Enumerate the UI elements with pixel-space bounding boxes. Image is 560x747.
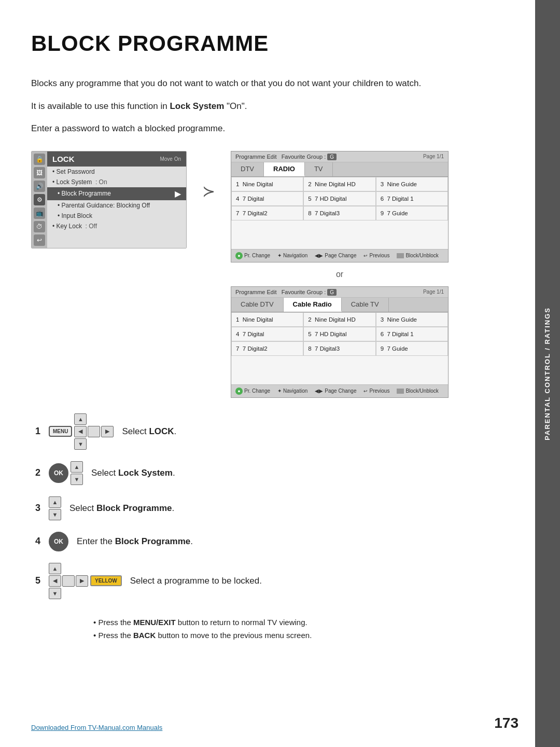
panel1-footer: ● Pr. Change ✦ Navigation ◀▶ Page Change… (231, 249, 448, 262)
up-arrow-icon-5[interactable]: ▲ (49, 563, 61, 574)
step-3-row: 3 ▲ ▼ Select Block Programme. (31, 496, 529, 520)
panel2-footer-page: ◀▶ Page Change (315, 388, 356, 394)
down-arrow-icon-2[interactable]: ▼ (71, 474, 83, 485)
panel2-tab-cable-radio[interactable]: Cable Radio (284, 298, 342, 312)
up-arrow-icon-2[interactable]: ▲ (71, 461, 83, 473)
nav-icon: ✦ (277, 253, 282, 258)
panel2-previous-label: Previous (369, 388, 389, 394)
panel1-pr-change-label: Pr. Change (244, 253, 270, 258)
panel2-cell-4: 4 7 Digital (231, 327, 303, 341)
center-btn-5[interactable] (62, 575, 75, 587)
panel2-cell-8: 8 7 Digital3 (303, 341, 375, 356)
panel1-cell-7: 7 7 Digital2 (231, 206, 303, 220)
step-5-mid: ◀ ▶ (49, 575, 88, 587)
intro-text-2: It is available to use this function in … (31, 100, 529, 113)
intro2-end: "On". (224, 101, 247, 111)
up-arrow-icon[interactable]: ▲ (74, 413, 87, 425)
panel1-block-label: Block/Unblock (405, 253, 438, 258)
panel1-page-num: Page 1/1 (423, 154, 444, 159)
green-circle-icon: ● (235, 252, 243, 259)
left-arrow-icon-5[interactable]: ◀ (49, 575, 61, 587)
lock-main: LOCK Move On • Set Password • Lock Syste… (47, 151, 186, 248)
lock-nav-hint: Move On (160, 156, 181, 162)
right-arrow-icon-5[interactable]: ▶ (76, 575, 88, 587)
center-btn[interactable] (88, 426, 100, 437)
panels-column: Programme Edit Favourite Group : G Page … (231, 151, 449, 398)
panel1-cell-6: 6 7 Digital 1 (376, 191, 448, 206)
panel2-nav-label: Navigation (283, 388, 307, 394)
panel2-tab-cable-tv[interactable]: Cable TV (342, 298, 389, 312)
nav-icon2: ✦ (277, 388, 282, 394)
intro2-prefix: It is available to use this function in (31, 101, 170, 111)
panel2-footer-block: Block/Unblock (397, 388, 438, 394)
step-2-num: 2 (31, 467, 40, 478)
down-arrow-icon-3[interactable]: ▼ (49, 509, 61, 520)
lock-menu: 🔒 🖼 🔊 ⚙ 📺 ⏱ ↩ LOCK Move On • Set Passwor… (31, 151, 187, 248)
panel1-cell-1: 1 Nine Digital (231, 177, 303, 191)
panel1-header: Programme Edit Favourite Group : G Page … (231, 151, 448, 162)
step-2-row: 2 OK ▲ ▼ Select Lock System. (31, 461, 529, 485)
panel2-header: Programme Edit Favourite Group : G Page … (231, 287, 448, 298)
sidebar-icon-extra: ↩ (34, 234, 45, 246)
lock-item-block-programme[interactable]: • Block Programme ▶ (47, 187, 186, 200)
panel1-tabs: DTV RADIO TV (231, 162, 448, 177)
step-5-text: Select a programme to be locked. (130, 576, 262, 586)
green-circle-icon2: ● (235, 388, 243, 395)
step-5-num: 5 (31, 575, 40, 586)
sidebar: PARENTAL CONTROL / RATINGS (535, 0, 560, 747)
step-1-buttons: MENU ▲ ◀ ▶ ▼ (49, 413, 114, 450)
gray-box-icon2 (397, 389, 404, 394)
panel1-cell-4: 4 7 Digital (231, 191, 303, 206)
arrow-between: ≻ (202, 182, 215, 200)
panel2-pr-change-label: Pr. Change (244, 388, 270, 394)
lock-item-input-block: • Input Block (47, 211, 186, 221)
step-4-row: 4 OK Enter the Block Programme. (31, 532, 529, 551)
right-arrow-icon[interactable]: ▶ (101, 426, 114, 437)
left-arrow-icon[interactable]: ◀ (74, 426, 87, 437)
sidebar-icon-lock: 🔒 (34, 154, 45, 165)
prev-icon2: ↩ (363, 389, 368, 394)
page-container: BLOCK PROGRAMME Blocks any programme tha… (0, 0, 560, 747)
panel1-header-left: Programme Edit Favourite Group : G (235, 154, 337, 160)
panel1-cell-9: 9 7 Guide (376, 206, 448, 220)
step-5-nav: ▲ ◀ ▶ ▼ (49, 563, 88, 599)
ok-button-2[interactable]: OK (49, 463, 68, 483)
panel2-footer-prev: ↩ Previous (363, 388, 389, 394)
ok-button-4[interactable]: OK (49, 532, 68, 551)
step-4-num: 4 (31, 536, 40, 547)
step-2-buttons: OK ▲ ▼ (49, 461, 83, 485)
intro-text-3: Enter a password to watch a blocked prog… (31, 122, 529, 135)
panel1-tab-radio[interactable]: RADIO (264, 162, 305, 176)
down-arrow-icon-5[interactable]: ▼ (49, 588, 61, 599)
panel2-cell-5: 5 7 HD Digital (303, 327, 375, 341)
bullet-notes: Press the MENU/EXIT button to return to … (93, 616, 529, 642)
panel2-cell-7: 7 7 Digital2 (231, 341, 303, 356)
yellow-button[interactable]: YELLOW (90, 575, 122, 586)
sidebar-icon-img: 🖼 (34, 167, 45, 178)
panel1-tab-dtv[interactable]: DTV (231, 162, 264, 176)
panel1-page-change-label: Page Change (325, 253, 356, 258)
footer-link[interactable]: Downloaded From TV-Manual.com Manuals (31, 724, 162, 731)
panel2-cell-2: 2 Nine Digital HD (303, 312, 375, 327)
panel1-tab-tv[interactable]: TV (305, 162, 333, 176)
programme-panel-1: Programme Edit Favourite Group : G Page … (231, 151, 449, 262)
up-arrow-icon-3[interactable]: ▲ (49, 496, 61, 508)
down-arrow-icon[interactable]: ▼ (74, 438, 87, 450)
panel2-footer-nav: ✦ Navigation (277, 388, 307, 394)
sidebar-label: PARENTAL CONTROL / RATINGS (543, 307, 552, 440)
intro-text-1: Blocks any programme that you do not wan… (31, 77, 529, 90)
panel2-cell-1: 1 Nine Digital (231, 312, 303, 327)
panel1-empty (231, 220, 448, 249)
lock-item-key-lock: • Key Lock : Off (47, 221, 186, 231)
panel1-cell-2: 2 Nine Digital HD (303, 177, 375, 191)
lock-item-parental: • Parental Guidance: Blocking Off (47, 200, 186, 211)
panel2-page-change-label: Page Change (325, 388, 356, 394)
panel2-cell-3: 3 Nine Guide (376, 312, 448, 327)
menu-button[interactable]: MENU (49, 426, 72, 437)
panel2-tab-cable-dtv[interactable]: Cable DTV (231, 298, 284, 312)
panel1-previous-label: Previous (369, 253, 389, 258)
bullet-note-2: Press the BACK button to move to the pre… (93, 629, 529, 642)
step-2-nav: ▲ ▼ (71, 461, 83, 485)
lock-item-lock-system: • Lock System : On (47, 177, 186, 187)
step-4-buttons: OK (49, 532, 68, 551)
